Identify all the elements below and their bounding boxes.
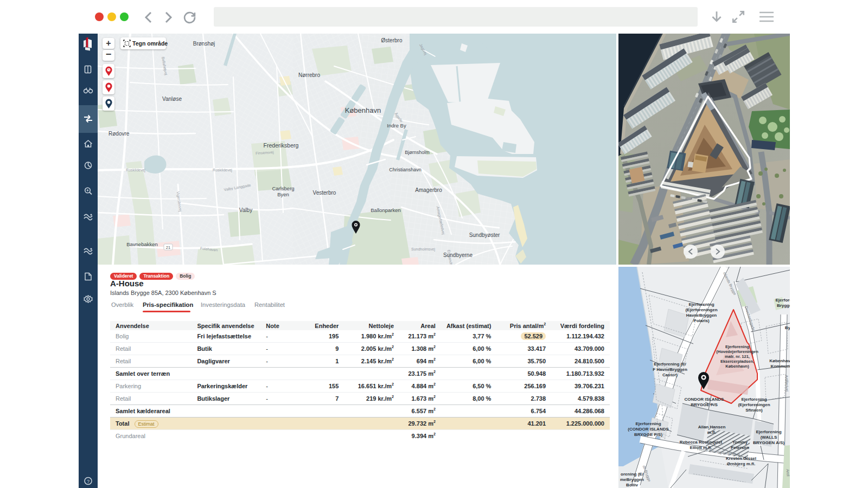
svg-text:Brønshøj: Brønshøj xyxy=(193,41,215,47)
svg-text:Bavnebakken: Bavnebakken xyxy=(126,241,158,247)
svg-text:Carlsberg: Carlsberg xyxy=(272,185,294,191)
svg-text:Amagerbro: Amagerbro xyxy=(415,187,442,193)
svg-text:Kresten GisselØrnbjerg m.fl.: Kresten GisselØrnbjerg m.fl. xyxy=(726,456,756,466)
svg-text:Østerbro: Østerbro xyxy=(381,37,403,43)
svg-text:København: København xyxy=(345,106,381,114)
svg-text:KøbenhavnKommune: KøbenhavnKommune xyxy=(769,358,790,369)
svg-text:Byen: Byen xyxy=(277,191,289,197)
svg-text:Vanløse: Vanløse xyxy=(162,96,182,102)
svg-text:Ballonparken: Ballonparken xyxy=(371,207,400,213)
svg-text:Valby: Valby xyxy=(239,207,252,213)
svg-text:Rødovre: Rødovre xyxy=(108,131,130,137)
svg-text:Frederiksberg: Frederiksberg xyxy=(264,142,299,149)
svg-text:Sundbyøster: Sundbyøster xyxy=(469,232,500,238)
svg-text:Vesterbro: Vesterbro xyxy=(313,190,336,196)
svg-text:?: ? xyxy=(87,479,90,484)
svg-text:21: 21 xyxy=(166,245,170,250)
svg-text:Christianshavn: Christianshavn xyxy=(389,167,422,172)
svg-text:Byl: Byl xyxy=(785,325,790,330)
svg-text:Nørrebro: Nørrebro xyxy=(298,72,320,78)
svg-text:Sundholmsvej: Sundholmsvej xyxy=(411,247,435,252)
svg-text:TommyPetersen: TommyPetersen xyxy=(731,440,749,450)
svg-text:Antil: Antil xyxy=(786,469,790,477)
svg-text:Roskildevej: Roskildevej xyxy=(213,168,232,172)
svg-text:EjerforenBrygge(: EjerforenBrygge( xyxy=(775,298,790,308)
svg-text:Indre By: Indre By xyxy=(387,123,406,129)
svg-text:Bjørnsholm: Bjørnsholm xyxy=(405,150,430,155)
svg-text:Roskildevej: Roskildevej xyxy=(126,168,145,172)
